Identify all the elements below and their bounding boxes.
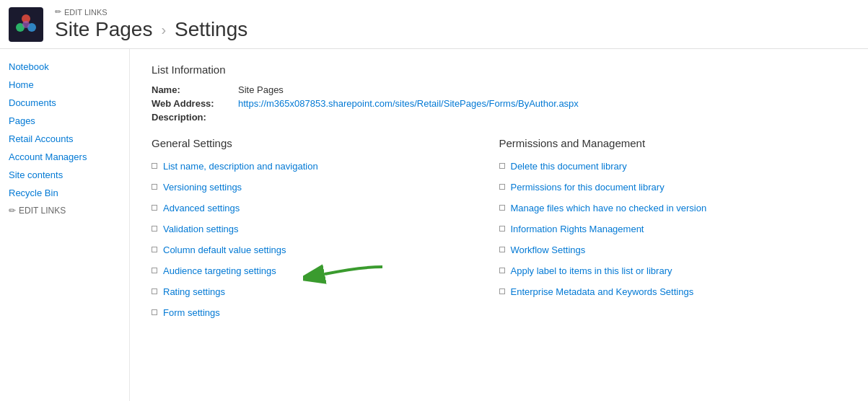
link-item-form: Form settings	[152, 307, 499, 318]
svg-point-3	[22, 21, 30, 28]
app-logo	[9, 7, 43, 42]
bullet-icon	[152, 205, 157, 211]
manage-files-link[interactable]: Manage files which have no checked in ve…	[511, 203, 707, 213]
permissions-link[interactable]: Permissions for this document library	[511, 182, 665, 193]
content-area: List Information Name: Site Pages Web Ad…	[130, 49, 868, 401]
link-item-apply-label: Apply label to items in this list or lib…	[499, 265, 847, 276]
header-title-area: ✏ EDIT LINKS Site Pages › Settings	[55, 7, 247, 41]
bullet-icon	[499, 288, 505, 294]
rating-link[interactable]: Rating settings	[163, 286, 225, 297]
current-page-name: Settings	[175, 18, 247, 41]
sidebar-item-recycle-bin[interactable]: Recycle Bin	[0, 184, 129, 202]
bullet-icon	[152, 226, 157, 232]
edit-links-top[interactable]: ✏ EDIT LINKS	[55, 7, 247, 17]
bullet-icon	[152, 247, 157, 252]
name-label: Name:	[152, 84, 238, 95]
general-settings-col: General Settings List name, description …	[152, 137, 499, 328]
link-item-delete: Delete this document library	[499, 161, 847, 172]
breadcrumb-separator: ›	[161, 22, 166, 38]
advanced-link[interactable]: Advanced settings	[163, 203, 240, 213]
list-name-link[interactable]: List name, description and navigation	[163, 161, 318, 172]
list-info-title: List Information	[152, 63, 846, 76]
pencil-icon-sidebar: ✏	[9, 206, 16, 216]
bullet-icon	[499, 268, 505, 273]
bullet-icon	[152, 163, 157, 169]
link-item-rating: Rating settings	[152, 286, 499, 297]
edit-links-sidebar-label: EDIT LINKS	[19, 206, 66, 216]
link-item-workflow: Workflow Settings	[499, 244, 847, 255]
bullet-icon	[499, 247, 505, 252]
name-value: Site Pages	[238, 84, 284, 95]
bullet-icon	[152, 184, 157, 190]
permissions-col: Permissions and Management Delete this d…	[499, 137, 847, 328]
main-layout: Notebook Home Documents Pages Retail Acc…	[0, 49, 868, 401]
sidebar-item-retail-accounts[interactable]: Retail Accounts	[0, 130, 129, 148]
sidebar-item-documents[interactable]: Documents	[0, 94, 129, 112]
description-label: Description:	[152, 112, 238, 123]
page-title: Site Pages › Settings	[55, 18, 247, 41]
permissions-title: Permissions and Management	[499, 137, 847, 149]
link-item-list-name: List name, description and navigation	[152, 161, 499, 172]
bullet-icon	[499, 184, 505, 190]
list-information-section: List Information Name: Site Pages Web Ad…	[152, 63, 846, 123]
validation-link[interactable]: Validation settings	[163, 224, 239, 234]
versioning-link[interactable]: Versioning settings	[163, 182, 242, 193]
header: ✏ EDIT LINKS Site Pages › Settings	[0, 0, 868, 49]
pencil-icon: ✏	[55, 7, 61, 17]
green-arrow-annotation	[303, 260, 390, 288]
bullet-icon	[499, 205, 505, 211]
edit-links-sidebar[interactable]: ✏ EDIT LINKS	[0, 202, 129, 219]
link-item-irm: Information Rights Management	[499, 224, 847, 234]
bullet-icon	[152, 309, 157, 315]
sidebar-item-notebook[interactable]: Notebook	[0, 58, 129, 76]
sidebar-item-site-contents[interactable]: Site contents	[0, 166, 129, 184]
irm-link[interactable]: Information Rights Management	[511, 224, 644, 234]
bullet-icon	[499, 163, 505, 169]
general-settings-title: General Settings	[152, 137, 499, 149]
link-item-column-default: Column default value settings	[152, 244, 499, 255]
link-item-manage-files: Manage files which have no checked in ve…	[499, 203, 847, 213]
form-link[interactable]: Form settings	[163, 307, 220, 318]
web-address-label: Web Address:	[152, 98, 238, 109]
enterprise-metadata-link[interactable]: Enterprise Metadata and Keywords Setting…	[511, 286, 694, 297]
link-item-versioning: Versioning settings	[152, 182, 499, 193]
sidebar-item-pages[interactable]: Pages	[0, 112, 129, 130]
name-row: Name: Site Pages	[152, 84, 846, 95]
workflow-link[interactable]: Workflow Settings	[511, 244, 586, 255]
web-address-row: Web Address: https://m365x087853.sharepo…	[152, 98, 846, 109]
link-item-audience: Audience targeting settings	[152, 265, 499, 276]
bullet-icon	[152, 288, 157, 294]
sidebar: Notebook Home Documents Pages Retail Acc…	[0, 49, 130, 401]
bullet-icon	[499, 226, 505, 232]
sidebar-item-account-managers[interactable]: Account Managers	[0, 148, 129, 166]
delete-library-link[interactable]: Delete this document library	[511, 161, 627, 172]
bullet-icon	[152, 268, 157, 273]
audience-targeting-link[interactable]: Audience targeting settings	[163, 265, 276, 276]
link-item-validation: Validation settings	[152, 224, 499, 234]
apply-label-link[interactable]: Apply label to items in this list or lib…	[511, 265, 672, 276]
sidebar-item-home[interactable]: Home	[0, 76, 129, 94]
web-address-value[interactable]: https://m365x087853.sharepoint.com/sites…	[238, 98, 579, 109]
link-item-permissions: Permissions for this document library	[499, 182, 847, 193]
settings-columns: General Settings List name, description …	[152, 137, 846, 328]
site-name: Site Pages	[55, 18, 152, 41]
link-item-enterprise-metadata: Enterprise Metadata and Keywords Setting…	[499, 286, 847, 297]
edit-links-top-label: EDIT LINKS	[64, 8, 108, 17]
column-default-link[interactable]: Column default value settings	[163, 244, 286, 255]
link-item-advanced: Advanced settings	[152, 203, 499, 213]
description-row: Description:	[152, 112, 846, 123]
